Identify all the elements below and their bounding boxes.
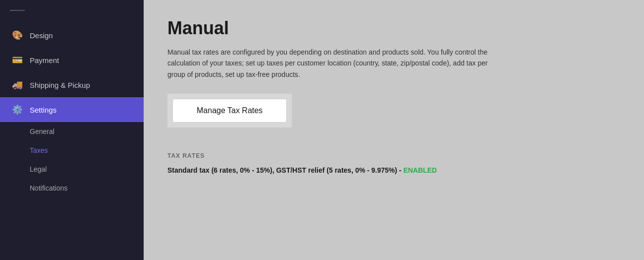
design-icon: 🎨 xyxy=(12,30,23,41)
sidebar-item-label: Shipping & Pickup xyxy=(30,81,90,89)
sidebar-item-label: Design xyxy=(30,31,53,40)
sidebar-item-payment[interactable]: 💳 Payment xyxy=(0,48,144,72)
sidebar-top-bar xyxy=(10,10,25,11)
sidebar-item-label: Settings xyxy=(30,106,56,114)
sidebar-sub-items: General Taxes Legal Notifications xyxy=(0,122,144,197)
sidebar-sub-label: General xyxy=(30,128,54,135)
sidebar-item-settings[interactable]: ⚙️ Settings xyxy=(0,97,144,122)
sidebar-item-notifications[interactable]: Notifications xyxy=(0,179,144,197)
tax-rates-section: TAX RATES Standard tax (6 rates, 0% - 15… xyxy=(167,152,620,174)
sidebar-item-general[interactable]: General xyxy=(0,122,144,141)
sidebar-item-legal[interactable]: Legal xyxy=(0,160,144,179)
manage-tax-rates-button[interactable]: Manage Tax Rates xyxy=(172,99,287,123)
sidebar-sub-label: Notifications xyxy=(30,184,67,192)
sidebar: 🎨 Design 💳 Payment 🚚 Shipping & Pickup ⚙… xyxy=(0,0,144,260)
enabled-badge: ENABLED xyxy=(403,166,437,174)
sidebar-item-taxes[interactable]: Taxes xyxy=(0,141,144,160)
sidebar-item-design[interactable]: 🎨 Design xyxy=(0,23,144,48)
payment-icon: 💳 xyxy=(12,55,23,65)
tax-rates-text: Standard tax (6 rates, 0% - 15%), GST/HS… xyxy=(167,166,403,174)
sidebar-item-label: Payment xyxy=(30,56,59,65)
sidebar-sub-label: Legal xyxy=(30,165,47,173)
tax-rates-label: TAX RATES xyxy=(167,152,620,159)
page-title: Manual xyxy=(167,18,620,39)
main-content: Manual Manual tax rates are configured b… xyxy=(144,0,644,260)
manage-tax-btn-wrapper: Manage Tax Rates xyxy=(167,94,292,128)
shipping-icon: 🚚 xyxy=(12,79,23,90)
sidebar-nav: 🎨 Design 💳 Payment 🚚 Shipping & Pickup ⚙… xyxy=(0,23,144,197)
tax-rates-value: Standard tax (6 rates, 0% - 15%), GST/HS… xyxy=(167,166,620,174)
settings-icon: ⚙️ xyxy=(12,104,23,115)
section-description: Manual tax rates are configured by you d… xyxy=(167,47,504,80)
sidebar-sub-label: Taxes xyxy=(30,146,48,154)
sidebar-item-shipping[interactable]: 🚚 Shipping & Pickup xyxy=(0,72,144,97)
